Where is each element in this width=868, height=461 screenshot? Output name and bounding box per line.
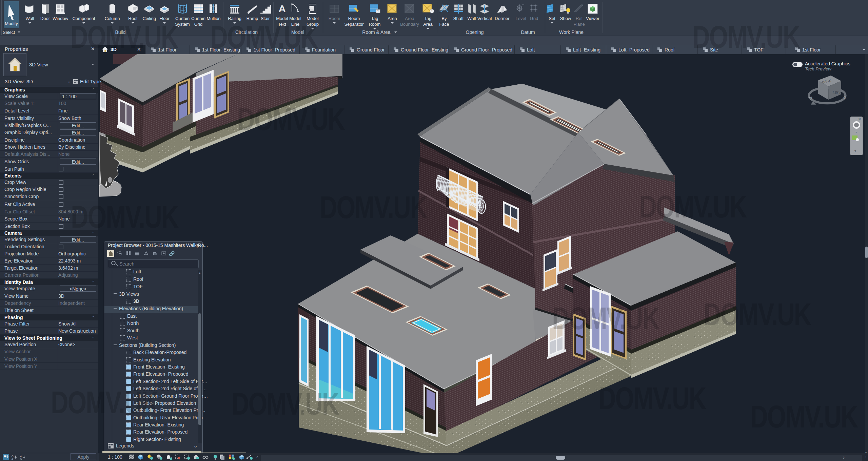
svg-text:A: A — [278, 3, 286, 14]
svg-text:Z: Z — [20, 454, 22, 457]
svg-text:1: 1 — [431, 10, 433, 13]
svg-text:A: A — [12, 454, 14, 457]
svg-text:Z: Z — [12, 457, 13, 460]
svg-text:1: 1 — [377, 9, 379, 13]
svg-text:A: A — [20, 457, 22, 460]
